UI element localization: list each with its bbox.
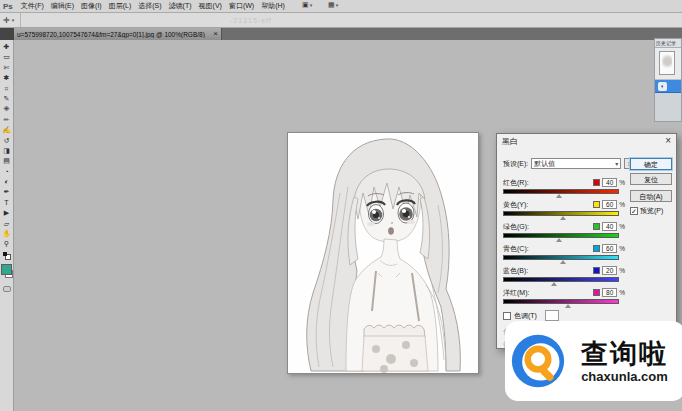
move-tool-icon[interactable]: ✚ bbox=[0, 42, 13, 52]
chevron-down-icon: ▾ bbox=[336, 2, 339, 8]
menu-file[interactable]: 文件(F) bbox=[19, 1, 46, 11]
tint-checkbox[interactable] bbox=[503, 312, 511, 320]
document-tab[interactable]: u=575998720,1007547674&fm=27&gp=0[1].jpg… bbox=[14, 28, 222, 40]
adjustment-icon: ◐ bbox=[658, 82, 667, 91]
tools-panel: ✚ ▭ ✄ ✱ ⌗ ✎ ✙ ✏ ✍ ↺ ◨ ▤ bbox=[0, 40, 14, 411]
auto-button[interactable]: 自动(A) bbox=[630, 190, 672, 202]
healing-brush-tool-icon[interactable]: ✙ bbox=[0, 104, 13, 114]
workspace-switcher-button[interactable]: ▦ ▾ bbox=[328, 1, 338, 9]
history-state-selected[interactable]: ◐ bbox=[655, 80, 681, 93]
menu-filter[interactable]: 滤镜(T) bbox=[167, 1, 194, 11]
preview-option: ✓ 预览(P) bbox=[630, 206, 663, 216]
chaxunla-logo-icon bbox=[510, 333, 566, 389]
chevron-down-icon: ▾ bbox=[12, 17, 15, 23]
menu-help[interactable]: 帮助(H) bbox=[259, 1, 287, 11]
document-tab-title: u=575998720,1007547674&fm=27&gp=0[1].jpg… bbox=[17, 31, 210, 38]
tint-color-swatch[interactable] bbox=[545, 310, 559, 321]
black-white-dialog: 黑白 × 预设(E): 默认值 ▾ ≡ 红色(R): 40 % bbox=[496, 133, 677, 349]
arrange-documents-button[interactable]: ▣ ▾ bbox=[302, 1, 312, 9]
menu-edit[interactable]: 编辑(E) bbox=[49, 1, 76, 11]
history-panel: 历史记录 ◐ bbox=[654, 38, 682, 122]
tool-preset-picker[interactable]: ✛ ▾ bbox=[0, 13, 21, 27]
lasso-tool-icon[interactable]: ✄ bbox=[0, 63, 13, 73]
tool-buttons: ✚ ▭ ✄ ✱ ⌗ ✎ ✙ ✏ ✍ ↺ ◨ ▤ bbox=[0, 40, 13, 250]
magenta-slider: 洋红(M): 80 % bbox=[503, 288, 625, 310]
clone-stamp-tool-icon[interactable]: ✍ bbox=[0, 125, 13, 135]
snapshot-thumbnail bbox=[659, 51, 675, 75]
zoom-tool-icon[interactable]: ⚲ bbox=[0, 239, 13, 249]
document-canvas[interactable] bbox=[287, 132, 479, 374]
tint-label: 色调(T) bbox=[514, 311, 537, 321]
preset-dropdown[interactable]: 默认值 ▾ bbox=[531, 158, 621, 169]
tab-close-icon[interactable]: × bbox=[213, 29, 218, 39]
foreground-color-swatch[interactable] bbox=[1, 264, 12, 275]
workspace-grid-icon: ▦ bbox=[328, 1, 335, 9]
canvas-image bbox=[288, 133, 478, 373]
default-colors-icon[interactable] bbox=[3, 252, 11, 260]
eraser-tool-icon[interactable]: ◨ bbox=[0, 146, 13, 156]
history-snapshot-row[interactable] bbox=[655, 48, 681, 80]
menu-select[interactable]: 选择(S) bbox=[136, 1, 163, 11]
reset-button[interactable]: 复位 bbox=[630, 173, 672, 185]
ok-button[interactable]: 确定 bbox=[630, 158, 672, 170]
red-slider: 红色(R): 40 % bbox=[503, 178, 625, 200]
document-tab-bar: u=575998720,1007547674&fm=27&gp=0[1].jpg… bbox=[0, 28, 682, 40]
pen-tool-icon[interactable]: ✒ bbox=[0, 187, 13, 197]
path-selection-tool-icon[interactable]: ▶ bbox=[0, 208, 13, 218]
gradient-tool-icon[interactable]: ▤ bbox=[0, 156, 13, 166]
dodge-tool-icon[interactable]: ◐ bbox=[0, 177, 13, 187]
dialog-title-bar: 黑白 × bbox=[497, 134, 676, 148]
menu-layer[interactable]: 图层(L) bbox=[107, 1, 134, 11]
quick-selection-tool-icon[interactable]: ✱ bbox=[0, 73, 13, 83]
color-swatches bbox=[0, 252, 13, 302]
chevron-down-icon: ▾ bbox=[310, 2, 313, 8]
green-slider: 绿色(G): 40 % bbox=[503, 222, 625, 244]
preset-label: 预设(E): bbox=[503, 159, 528, 169]
dialog-title: 黑白 bbox=[502, 136, 518, 147]
optionsbar-faint-text: -21315-eff bbox=[230, 17, 272, 24]
yellow-slider: 黄色(Y): 60 % bbox=[503, 200, 625, 222]
watermark-text: 查询啦 chaxunla.com bbox=[569, 338, 680, 384]
history-panel-header[interactable]: 历史记录 bbox=[655, 39, 681, 48]
blur-tool-icon[interactable]: ◔ bbox=[0, 167, 13, 177]
history-brush-tool-icon[interactable]: ↺ bbox=[0, 136, 13, 146]
main-menu: 文件(F) 编辑(E) 图像(I) 图层(L) 选择(S) 滤镜(T) 视图(V… bbox=[19, 1, 287, 11]
menu-view[interactable]: 视图(V) bbox=[197, 1, 224, 11]
watermark-domain: chaxunla.com bbox=[581, 369, 668, 384]
preset-value: 默认值 bbox=[534, 159, 555, 169]
menu-image[interactable]: 图像(I) bbox=[79, 1, 104, 11]
hand-tool-icon[interactable]: ✋ bbox=[0, 229, 13, 239]
menu-window[interactable]: 窗口(W) bbox=[227, 1, 256, 11]
eyedropper-tool-icon[interactable]: ✎ bbox=[0, 94, 13, 104]
tabbar-corner-block bbox=[0, 28, 14, 40]
type-tool-icon[interactable]: T bbox=[0, 198, 13, 208]
quick-mask-icon[interactable] bbox=[3, 286, 11, 292]
cyan-slider: 青色(C): 60 % bbox=[503, 244, 625, 266]
arrange-documents-icon: ▣ bbox=[302, 1, 309, 9]
photoshop-window: Ps 文件(F) 编辑(E) 图像(I) 图层(L) 选择(S) 滤镜(T) 视… bbox=[0, 0, 682, 411]
menu-bar: Ps 文件(F) 编辑(E) 图像(I) 图层(L) 选择(S) 滤镜(T) 视… bbox=[0, 0, 682, 13]
chaxunla-watermark: 查询啦 chaxunla.com bbox=[505, 321, 682, 401]
tool-options-bar: ✛ ▾ -21315-eff bbox=[0, 13, 682, 28]
preview-checkbox[interactable]: ✓ bbox=[630, 207, 638, 215]
current-tool-icon: ✛ bbox=[3, 16, 10, 25]
shape-tool-icon[interactable]: ▱ bbox=[0, 219, 13, 229]
dialog-close-icon[interactable]: × bbox=[665, 135, 671, 147]
crop-tool-icon[interactable]: ⌗ bbox=[0, 84, 13, 94]
tint-option: 色调(T) bbox=[503, 310, 559, 321]
blue-slider: 蓝色(B): 20 % bbox=[503, 266, 625, 288]
marquee-tool-icon[interactable]: ▭ bbox=[0, 52, 13, 62]
photoshop-logo: Ps bbox=[3, 2, 13, 11]
watermark-brand: 查询啦 bbox=[581, 338, 668, 369]
chevron-down-icon: ▾ bbox=[615, 160, 618, 167]
preview-label: 预览(P) bbox=[640, 206, 663, 216]
channel-sliders: 红色(R): 40 % 黄色(Y): 60 % bbox=[503, 178, 625, 310]
brush-tool-icon[interactable]: ✏ bbox=[0, 115, 13, 125]
